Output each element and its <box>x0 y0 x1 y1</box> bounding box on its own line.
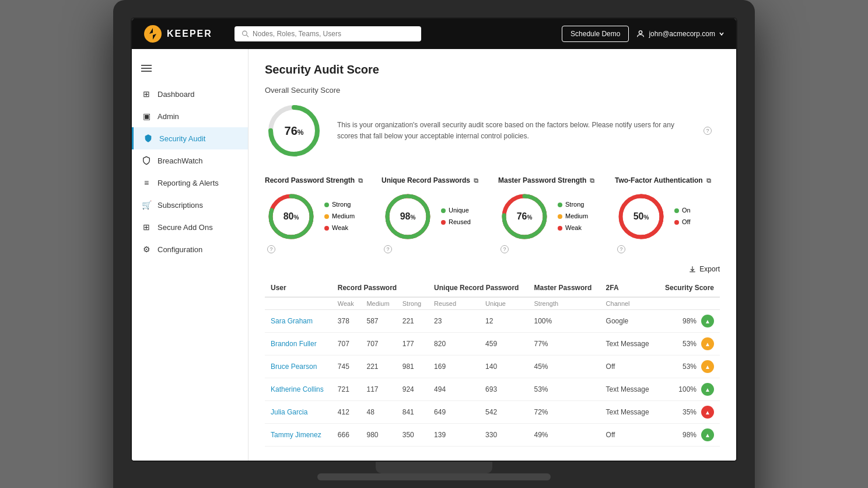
score-value: 35% <box>682 408 696 416</box>
cell-channel: Off <box>600 424 657 447</box>
card-help-icon[interactable]: ? <box>267 245 275 253</box>
external-link-icon[interactable]: ⧉ <box>706 177 711 184</box>
cell-score: 100% ▲ <box>657 378 720 401</box>
score-badge: ▲ <box>701 383 714 396</box>
card-help-icon[interactable]: ? <box>617 245 625 253</box>
card-help-icon[interactable]: ? <box>384 245 392 253</box>
table-row: Brandon Fuller 707 707 177 820 459 77% T… <box>265 333 720 355</box>
sub-col-strong: Strong <box>397 297 428 310</box>
table-row: Julia Garcia 412 48 841 649 542 72% Text… <box>265 401 720 424</box>
cell-medium: 117 <box>360 378 396 401</box>
dot-off <box>674 220 679 225</box>
export-button[interactable]: Export <box>688 265 720 273</box>
card-help-icon[interactable]: ? <box>501 245 509 253</box>
sidebar-item-security-audit[interactable]: Security Audit <box>132 127 248 149</box>
cell-score: 53% ▲ <box>657 333 720 355</box>
cell-user[interactable]: Bruce Pearson <box>265 355 332 378</box>
cell-user[interactable]: Sara Graham <box>265 310 332 333</box>
sidebar-item-admin[interactable]: ▣ Admin <box>132 105 248 127</box>
download-icon <box>688 265 696 273</box>
cell-channel: Google <box>600 310 657 333</box>
sub-col-strength: Strength <box>528 297 600 310</box>
svg-point-3 <box>639 31 642 34</box>
card-body-unique-passwords: 98% Unique Reused <box>382 190 487 243</box>
cell-strong: 177 <box>397 333 428 355</box>
admin-icon: ▣ <box>141 111 152 121</box>
sidebar-item-label: Reporting & Alerts <box>158 179 219 187</box>
cell-medium: 707 <box>360 333 396 355</box>
schedule-demo-button[interactable]: Schedule Demo <box>562 26 629 42</box>
sidebar: ⊞ Dashboard ▣ Admin Security Audit <box>132 49 249 461</box>
cell-strength: 49% <box>528 424 600 447</box>
cell-channel: Text Message <box>600 333 657 355</box>
cell-user[interactable]: Brandon Fuller <box>265 333 332 355</box>
cell-user[interactable]: Julia Garcia <box>265 401 332 424</box>
cell-strong: 221 <box>397 310 428 333</box>
score-value: 98% <box>682 431 696 439</box>
sidebar-item-subscriptions[interactable]: 🛒 Subscriptions <box>132 194 248 216</box>
user-menu[interactable]: john@acmecorp.com <box>636 29 724 39</box>
card-title-master-password: Master Password Strength ⧉ <box>498 176 603 184</box>
sidebar-item-label: Admin <box>158 112 179 121</box>
dashboard-icon: ⊞ <box>141 89 152 99</box>
sub-col-unique: Unique <box>480 297 528 310</box>
gear-icon: ⚙ <box>141 244 152 255</box>
cell-channel: Off <box>600 355 657 378</box>
cell-strong: 924 <box>397 378 428 401</box>
cell-unique: 330 <box>480 424 528 447</box>
table-row: Katherine Collins 721 117 924 494 693 53… <box>265 378 720 401</box>
score-cards: Record Password Strength ⧉ 80% <box>265 176 720 253</box>
logo: KEEPER <box>144 25 225 43</box>
search-bar[interactable] <box>235 26 421 41</box>
external-link-icon[interactable]: ⧉ <box>358 177 363 184</box>
table-row: Tammy Jimenez 666 980 350 139 330 49% Of… <box>265 424 720 447</box>
cell-weak: 721 <box>332 378 361 401</box>
external-link-icon[interactable]: ⧉ <box>474 177 478 184</box>
cell-user[interactable]: Tammy Jimenez <box>265 424 332 447</box>
search-icon <box>242 30 249 38</box>
cell-weak: 745 <box>332 355 361 378</box>
col-unique-record-password: Unique Record Password <box>428 279 528 297</box>
sidebar-item-configuration[interactable]: ⚙ Configuration <box>132 238 248 260</box>
cell-user[interactable]: Katherine Collins <box>265 378 332 401</box>
dot-medium <box>558 214 562 219</box>
cell-medium: 221 <box>360 355 396 378</box>
overall-help-icon[interactable]: ? <box>704 127 712 135</box>
user-email: john@acmecorp.com <box>649 30 715 38</box>
cell-strength: 45% <box>528 355 600 378</box>
col-security-score: Security Score <box>657 279 720 297</box>
col-user: User <box>265 279 332 297</box>
main-layout: ⊞ Dashboard ▣ Admin Security Audit <box>132 49 736 461</box>
legend-master-password: Strong Medium Weak <box>558 199 588 233</box>
cell-score: 98% ▲ <box>657 310 720 333</box>
sidebar-item-breachwatch[interactable]: BreachWatch <box>132 149 248 172</box>
cell-strength: 72% <box>528 401 600 424</box>
overall-label: Overall Security Score <box>265 86 720 95</box>
gauge-two-factor: 50% <box>615 190 667 243</box>
cell-reused: 649 <box>428 401 480 424</box>
sub-col-reused: Reused <box>428 297 480 310</box>
svg-point-0 <box>144 25 162 43</box>
cell-score: 53% ▲ <box>657 355 720 378</box>
search-input[interactable] <box>253 30 414 38</box>
cell-score: 35% ▲ <box>657 401 720 424</box>
gauge-record-password: 80% <box>265 190 317 243</box>
dot-reused <box>441 220 446 225</box>
external-link-icon[interactable]: ⧉ <box>590 177 594 184</box>
topbar-right: Schedule Demo john@acmecorp.com <box>562 26 724 42</box>
subscriptions-icon: 🛒 <box>141 200 152 210</box>
sidebar-item-secure-add-ons[interactable]: ⊞ Secure Add Ons <box>132 216 248 238</box>
hamburger-menu[interactable] <box>132 58 248 83</box>
gauge-value-record-password: 80% <box>284 211 299 222</box>
overall-gauge: 76% <box>265 102 323 160</box>
shield-icon <box>143 133 153 144</box>
score-value: 100% <box>678 385 696 393</box>
card-record-password-strength: Record Password Strength ⧉ 80% <box>265 176 370 253</box>
logo-text: KEEPER <box>167 29 212 39</box>
user-icon <box>636 29 645 39</box>
table-sub-header-row: Weak Medium Strong Reused Unique Strengt… <box>265 297 720 310</box>
sidebar-item-dashboard[interactable]: ⊞ Dashboard <box>132 83 248 105</box>
legend-unique-passwords: Unique Reused <box>441 205 471 228</box>
sidebar-item-reporting-alerts[interactable]: ≡ Reporting & Alerts <box>132 172 248 194</box>
score-badge: ▲ <box>701 315 714 327</box>
